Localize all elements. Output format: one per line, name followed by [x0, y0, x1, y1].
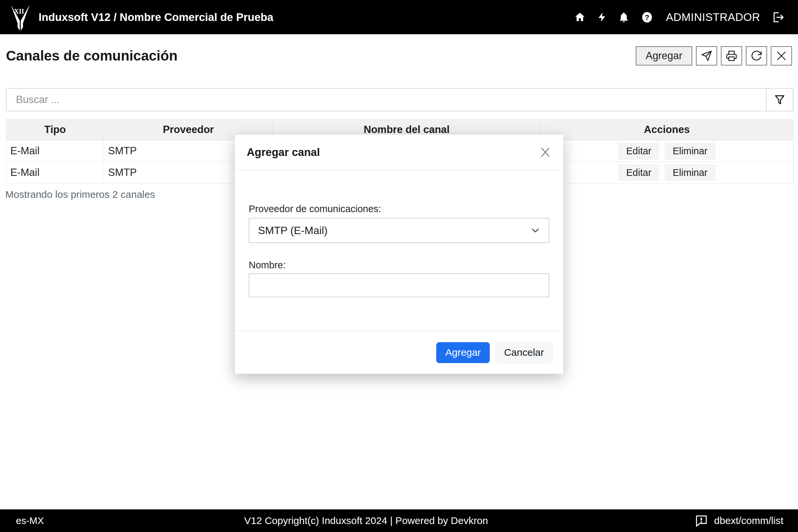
locale-label: es-MX	[16, 515, 44, 526]
modal-submit-button[interactable]: Agregar	[436, 342, 490, 363]
provider-select-value: SMTP (E-Mail)	[258, 225, 327, 237]
home-icon[interactable]	[574, 12, 586, 23]
feedback-icon	[694, 514, 708, 527]
modal-close-icon[interactable]	[539, 146, 551, 158]
brand-logo-icon[interactable]: XII	[8, 3, 33, 33]
app-root: XII Induxsoft V12 / Nombre Comercial de …	[0, 0, 798, 532]
send-icon	[701, 50, 712, 62]
cell-tipo: E-Mail	[6, 140, 104, 162]
page-header: Canales de comunicación Agregar	[0, 34, 798, 77]
col-header-tipo: Tipo	[6, 119, 104, 140]
close-page-button[interactable]	[771, 46, 792, 65]
print-button[interactable]	[721, 46, 742, 65]
refresh-icon	[750, 50, 762, 62]
provider-select[interactable]: SMTP (E-Mail)	[249, 218, 549, 243]
logout-icon[interactable]	[772, 11, 785, 24]
delete-button[interactable]: Eliminar	[665, 142, 716, 159]
send-button[interactable]	[696, 46, 717, 65]
delete-button[interactable]: Eliminar	[665, 164, 716, 181]
topbar-actions: ? ADMINISTRADOR	[574, 11, 785, 24]
topbar: XII Induxsoft V12 / Nombre Comercial de …	[0, 0, 798, 34]
name-label: Nombre:	[249, 260, 549, 271]
bell-icon[interactable]	[618, 12, 629, 23]
provider-label: Proveedor de comunicaciones:	[249, 204, 549, 214]
help-icon[interactable]: ?	[641, 11, 653, 24]
page-toolbar: Agregar	[636, 46, 792, 65]
status-bar: es-MX V12 Copyright(c) Induxsoft 2024 | …	[0, 509, 798, 532]
chevron-down-icon	[530, 225, 540, 236]
channel-name-input[interactable]	[249, 273, 549, 297]
modal-body: Proveedor de comunicaciones: SMTP (E-Mai…	[235, 204, 563, 297]
svg-text:?: ?	[645, 13, 649, 21]
modal-footer: Agregar Cancelar	[235, 330, 563, 374]
edit-button[interactable]: Editar	[618, 164, 659, 181]
logo-xii-text: XII	[14, 8, 24, 15]
modal-header: Agregar canal	[235, 135, 563, 170]
copyright-label: V12 Copyright(c) Induxsoft 2024 | Powere…	[244, 515, 488, 526]
col-header-acciones: Acciones	[540, 119, 793, 140]
cell-acciones: Editar Eliminar	[540, 162, 793, 183]
edit-button[interactable]: Editar	[618, 142, 659, 159]
search-input[interactable]	[7, 89, 766, 111]
search-bar	[6, 88, 793, 111]
close-icon	[776, 50, 787, 61]
filter-button[interactable]	[766, 89, 793, 111]
add-channel-modal: Agregar canal Proveedor de comunicacione…	[234, 134, 564, 374]
modal-cancel-button[interactable]: Cancelar	[495, 342, 553, 363]
funnel-icon	[774, 94, 785, 105]
refresh-button[interactable]	[746, 46, 767, 65]
brand-title: Induxsoft V12 / Nombre Comercial de Prue…	[39, 11, 273, 24]
page-title: Canales de comunicación	[6, 48, 177, 64]
add-channel-button[interactable]: Agregar	[636, 46, 692, 65]
cell-acciones: Editar Eliminar	[540, 140, 793, 162]
lightning-icon[interactable]	[597, 11, 607, 23]
results-summary: Mostrando los primeros 2 canales	[5, 189, 155, 200]
modal-title: Agregar canal	[247, 146, 320, 158]
route-label: dbext/comm/list	[714, 515, 783, 526]
user-name[interactable]: ADMINISTRADOR	[666, 11, 760, 24]
cell-tipo: E-Mail	[6, 162, 104, 183]
route-status[interactable]: dbext/comm/list	[694, 514, 783, 527]
printer-icon	[725, 50, 738, 62]
